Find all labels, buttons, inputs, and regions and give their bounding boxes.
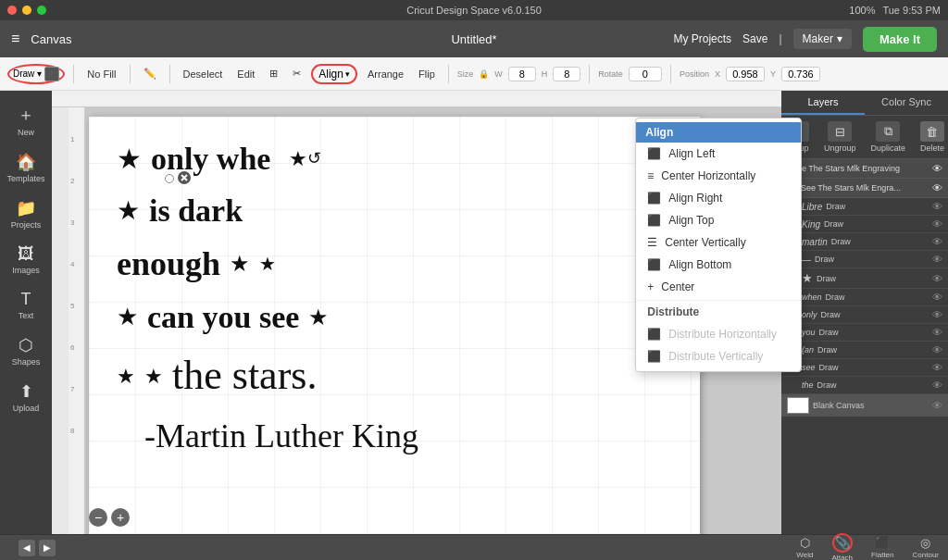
- layer-subgroup[interactable]: ▾ See The Stars Mlk Engra... 👁: [781, 179, 948, 198]
- flatten-action[interactable]: ⬛ Flatten: [862, 534, 903, 560]
- rotate-input[interactable]: [629, 67, 662, 81]
- layer-item-the[interactable]: the Draw 👁: [781, 377, 948, 394]
- deselect-button[interactable]: Deselect: [179, 67, 228, 81]
- align-top-item[interactable]: ⬛ Align Top: [636, 209, 801, 231]
- my-projects-button[interactable]: My Projects: [673, 32, 731, 45]
- scroll-right-button[interactable]: ▶: [39, 540, 56, 556]
- attach-highlight: 📎: [832, 533, 853, 553]
- contour-action[interactable]: ◎ Contour: [904, 534, 948, 560]
- plus-icon: ＋: [18, 104, 34, 126]
- eye-icon-shape[interactable]: 👁: [932, 254, 942, 265]
- align-top-icon: ⬛: [647, 214, 661, 227]
- layer-item-when[interactable]: when Draw 👁: [781, 289, 948, 306]
- sidebar-item-images[interactable]: 🖼 Images: [4, 239, 48, 280]
- center-horizontally-item[interactable]: ≡ Center Horizontally: [636, 165, 801, 187]
- layer-text-icon-you: you: [802, 328, 816, 337]
- y-input[interactable]: [781, 67, 820, 81]
- ungroup-button[interactable]: ⊟ Ungroup: [824, 121, 856, 153]
- zoom-in-button[interactable]: +: [111, 508, 130, 527]
- x-input[interactable]: [726, 67, 765, 81]
- divider-2: [130, 65, 131, 83]
- tab-layers[interactable]: Layers: [781, 91, 865, 115]
- scissors-icon[interactable]: ✂: [288, 66, 306, 81]
- layer-item-you[interactable]: you Draw 👁: [781, 324, 948, 342]
- app-title: Cricut Design Space v6.0.150: [406, 5, 542, 16]
- layer-item-king[interactable]: King Draw 👁: [781, 216, 948, 233]
- layer-item-can[interactable]: (an Draw 👁: [781, 342, 948, 359]
- divider-6: [670, 65, 671, 83]
- h-label: H: [542, 69, 548, 79]
- layer-item-only[interactable]: only Draw 👁: [781, 306, 948, 324]
- eye-icon-martin[interactable]: 👁: [932, 236, 942, 247]
- ruler-left: 1 2 3 4 5 6 7 8: [69, 107, 85, 534]
- tab-color-sync[interactable]: Color Sync: [865, 91, 948, 115]
- layer-item-martin[interactable]: martin Draw 👁: [781, 233, 948, 251]
- eye-icon-libre[interactable]: 👁: [932, 201, 942, 212]
- layer-group-top[interactable]: ▸ See The Stars Mlk Engraving 👁: [781, 159, 948, 179]
- zoom-controls[interactable]: − +: [89, 508, 130, 527]
- mac-status: 100% Tue 9:53 PM: [849, 5, 941, 16]
- arrange-button[interactable]: Arrange: [363, 67, 408, 81]
- align-right-item[interactable]: ⬛ Align Right: [636, 187, 801, 209]
- eye-icon-star[interactable]: 👁: [932, 273, 942, 284]
- align-bottom-item[interactable]: ⬛ Align Bottom: [636, 254, 801, 276]
- flip-button[interactable]: Flip: [414, 67, 440, 81]
- duplicate-button[interactable]: ⧉ Duplicate: [870, 121, 905, 153]
- scroll-left-button[interactable]: ◀: [19, 540, 35, 556]
- save-button[interactable]: Save: [742, 32, 767, 45]
- maximize-button[interactable]: [37, 6, 46, 15]
- draw-selector-circle[interactable]: Draw ▾: [7, 64, 65, 84]
- layer-item-see[interactable]: see Draw 👁: [781, 359, 948, 377]
- align-dropdown[interactable]: Align ⬛ Align Left ≡ Center Horizontally…: [635, 118, 802, 372]
- edit-button[interactable]: Edit: [232, 67, 259, 81]
- align-bottom-icon: ⬛: [647, 258, 661, 271]
- center-vertically-item[interactable]: ☰ Center Vertically: [636, 231, 801, 254]
- shapes-icon: ⬡: [19, 335, 33, 355]
- right-panel: Layers Color Sync ⊞ Group ⊟ Ungroup ⧉ Du…: [781, 91, 948, 534]
- eye-icon-blank[interactable]: 👁: [932, 400, 942, 411]
- align-left-icon: ⬛: [647, 147, 661, 160]
- layer-item-libre[interactable]: Libre Draw 👁: [781, 198, 948, 216]
- blank-canvas-preview: [787, 397, 809, 414]
- eye-icon-see[interactable]: 👁: [932, 362, 942, 373]
- center-h-icon: ≡: [647, 169, 654, 182]
- eye-icon-can[interactable]: 👁: [932, 344, 942, 355]
- sidebar-item-projects[interactable]: 📁 Projects: [4, 193, 48, 235]
- window-controls[interactable]: [7, 6, 46, 15]
- divider-4: [448, 65, 449, 83]
- align-left-item[interactable]: ⬛ Align Left: [636, 143, 801, 165]
- layers-list: ▸ See The Stars Mlk Engraving 👁 ▾ See Th…: [781, 159, 948, 534]
- sidebar-item-shapes[interactable]: ⬡ Shapes: [4, 330, 48, 372]
- layer-text-icon-see: see: [802, 363, 816, 372]
- maker-button[interactable]: Maker ▾: [793, 29, 852, 49]
- layer-item-star[interactable]: ★ Draw 👁: [781, 268, 948, 289]
- make-it-button[interactable]: Make It: [863, 27, 937, 52]
- align-button[interactable]: Align ▾: [311, 64, 357, 84]
- attach-action[interactable]: 📎 Attach: [822, 531, 862, 560]
- eye-icon-when[interactable]: 👁: [932, 292, 942, 303]
- height-input[interactable]: [553, 67, 580, 81]
- delete-button[interactable]: 🗑 Delete: [920, 121, 944, 153]
- width-input[interactable]: [508, 67, 536, 81]
- grid-icon[interactable]: ⊞: [265, 66, 282, 81]
- sidebar-item-upload[interactable]: ⬆ Upload: [4, 376, 48, 418]
- layer-item-shape[interactable]: — Draw 👁: [781, 251, 948, 268]
- sidebar-item-new[interactable]: ＋ New: [4, 98, 48, 143]
- no-fill-label: No Fill: [82, 67, 120, 81]
- close-button[interactable]: [7, 6, 17, 15]
- minimize-button[interactable]: [22, 6, 31, 15]
- sidebar-item-text[interactable]: T Text: [4, 284, 48, 326]
- sidebar-item-templates[interactable]: 🏠 Templates: [4, 146, 48, 189]
- center-item[interactable]: + Center: [636, 276, 801, 298]
- menu-button[interactable]: ≡: [11, 31, 19, 47]
- eye-icon-only[interactable]: 👁: [932, 309, 942, 320]
- rotate-label: Rotate: [598, 69, 623, 79]
- zoom-out-button[interactable]: −: [89, 508, 107, 527]
- weld-action[interactable]: ⬡ Weld: [787, 534, 822, 560]
- eye-icon-the[interactable]: 👁: [932, 380, 942, 391]
- canvas-scroll-controls[interactable]: ◀ ▶: [19, 540, 56, 556]
- eye-icon-you[interactable]: 👁: [932, 327, 942, 338]
- eye-icon-king[interactable]: 👁: [932, 218, 942, 230]
- blank-canvas-item[interactable]: Blank Canvas 👁: [781, 394, 948, 417]
- projects-icon: 📁: [16, 198, 36, 218]
